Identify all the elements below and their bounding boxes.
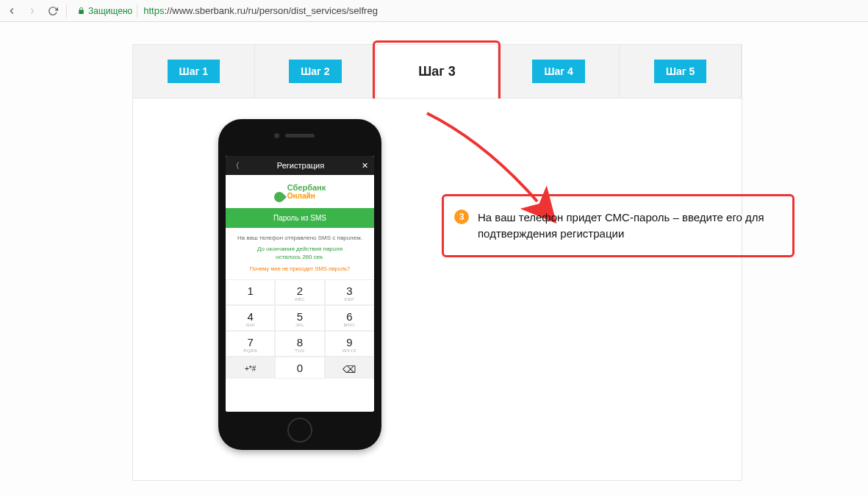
tab-step5[interactable]: Шаг 5 bbox=[620, 45, 742, 98]
key-0[interactable]: 0 bbox=[275, 357, 324, 379]
step-tabs: Шаг 1 Шаг 2 Шаг 3 Шаг 4 Шаг 5 bbox=[132, 44, 742, 99]
step1-button[interactable]: Шаг 1 bbox=[168, 60, 220, 83]
msg1: На ваш телефон отправлено SMS с паролем. bbox=[230, 234, 370, 242]
tab-step1[interactable]: Шаг 1 bbox=[133, 45, 255, 98]
key-2[interactable]: 2ABC bbox=[275, 279, 324, 305]
green-bar: Пароль из SMS bbox=[226, 208, 374, 228]
key-6[interactable]: 6MNO bbox=[325, 305, 374, 331]
reload-button[interactable] bbox=[46, 4, 60, 18]
step4-button[interactable]: Шаг 4 bbox=[532, 60, 584, 83]
brand1: Сбербанк bbox=[287, 183, 326, 192]
url-proto: https bbox=[143, 5, 164, 16]
phone-camera bbox=[274, 133, 279, 138]
browser-bar: Защищено https://www.sberbank.ru/ru/pers… bbox=[0, 0, 868, 22]
key-3[interactable]: 3DEF bbox=[325, 279, 374, 305]
page: Шаг 1 Шаг 2 Шаг 3 Шаг 4 Шаг 5 〈 Регистра… bbox=[0, 22, 868, 497]
secure-label: Защищено bbox=[88, 6, 132, 16]
key-7[interactable]: 7PQRS bbox=[226, 331, 275, 357]
brand2: Онлайн bbox=[287, 192, 315, 200]
active-tab-highlight bbox=[373, 40, 501, 102]
step5-button[interactable]: Шаг 5 bbox=[654, 60, 706, 83]
back-icon[interactable]: 〈 bbox=[232, 160, 240, 171]
key-9[interactable]: 9WXYZ bbox=[325, 331, 374, 357]
url-rest: ://www.sberbank.ru/ru/person/dist_servic… bbox=[164, 5, 377, 16]
phone-screen: 〈 Регистрация ✕ СбербанкОнлайн Пароль из… bbox=[226, 156, 374, 412]
step2-button[interactable]: Шаг 2 bbox=[289, 60, 341, 83]
key-1[interactable]: 1 bbox=[226, 279, 275, 305]
separator bbox=[66, 4, 67, 18]
screen-message: На ваш телефон отправлено SMS с паролем.… bbox=[226, 228, 374, 279]
screen-title: Регистрация bbox=[277, 161, 324, 170]
screen-logo: СбербанкОнлайн bbox=[226, 175, 374, 208]
phone-speaker bbox=[285, 134, 315, 137]
tab-step2[interactable]: Шаг 2 bbox=[255, 45, 377, 98]
close-icon[interactable]: ✕ bbox=[362, 161, 368, 171]
tab-step4[interactable]: Шаг 4 bbox=[498, 45, 620, 98]
sber-leaf-icon bbox=[272, 190, 287, 204]
callout-text: На ваш телефон придет СМС-пароль – введи… bbox=[478, 210, 779, 242]
key-4[interactable]: 4GHI bbox=[226, 305, 275, 331]
content: Шаг 1 Шаг 2 Шаг 3 Шаг 4 Шаг 5 〈 Регистра… bbox=[132, 44, 742, 481]
screen-header: 〈 Регистрация ✕ bbox=[226, 156, 374, 175]
keypad: 1 2ABC 3DEF 4GHI 5JKL 6MNO 7PQRS 8TUV 9W… bbox=[226, 279, 374, 379]
home-button[interactable] bbox=[287, 418, 312, 443]
msg2: До окончания действия пароляосталось 260… bbox=[230, 245, 370, 261]
key-5[interactable]: 5JKL bbox=[275, 305, 324, 331]
key-del[interactable]: ⌫ bbox=[325, 357, 374, 379]
secure-badge: Защищено bbox=[73, 4, 137, 18]
msg3[interactable]: Почему мне не приходит SMS-пароль? bbox=[230, 265, 370, 273]
back-button[interactable] bbox=[4, 4, 19, 18]
lock-icon bbox=[77, 7, 85, 15]
callout-number: 3 bbox=[454, 210, 469, 224]
key-sym[interactable]: +*# bbox=[226, 357, 275, 379]
main-panel: 〈 Регистрация ✕ СбербанкОнлайн Пароль из… bbox=[132, 99, 742, 481]
key-8[interactable]: 8TUV bbox=[275, 331, 324, 357]
forward-button[interactable] bbox=[25, 4, 40, 18]
instruction-callout: 3 На ваш телефон придет СМС-пароль – вве… bbox=[442, 194, 795, 257]
phone-mockup: 〈 Регистрация ✕ СбербанкОнлайн Пароль из… bbox=[218, 119, 381, 450]
url-bar[interactable]: https://www.sberbank.ru/ru/person/dist_s… bbox=[143, 5, 378, 16]
